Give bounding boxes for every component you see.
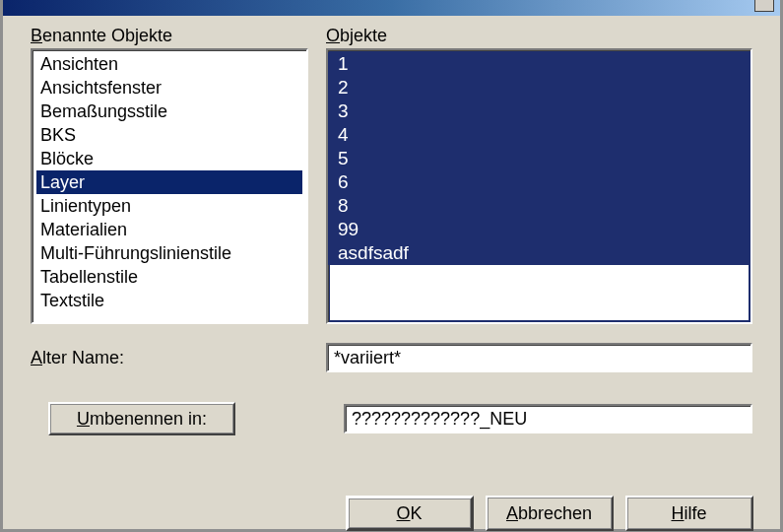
list-item[interactable]: Linientypen bbox=[36, 194, 302, 218]
list-item[interactable]: 5 bbox=[338, 147, 750, 170]
list-item[interactable]: Bemaßungsstile bbox=[36, 100, 302, 123]
list-item[interactable]: asdfsadf bbox=[338, 241, 750, 265]
list-item[interactable]: 1 bbox=[338, 52, 750, 76]
list-item[interactable]: 6 bbox=[338, 170, 750, 194]
list-item[interactable]: 4 bbox=[338, 123, 750, 147]
objects-list-empty-area bbox=[330, 265, 749, 320]
list-item[interactable]: Ansichtsfenster bbox=[36, 76, 302, 100]
list-item[interactable]: Materialien bbox=[36, 218, 302, 241]
rename-to-button[interactable]: Umbenennen in: bbox=[48, 402, 235, 435]
cancel-button[interactable]: Abbrechen bbox=[486, 496, 614, 531]
named-objects-list[interactable]: AnsichtenAnsichtsfensterBemaßungsstileBK… bbox=[31, 48, 308, 324]
objects-list[interactable]: 123456899asdfsadf bbox=[326, 48, 752, 324]
old-name-label: Alter Name: bbox=[31, 348, 326, 368]
help-button[interactable]: Hilfe bbox=[625, 496, 753, 531]
list-item[interactable]: Multi-Führungslinienstile bbox=[36, 241, 302, 265]
list-item[interactable]: 2 bbox=[338, 76, 750, 100]
objects-label: Objekte bbox=[326, 26, 752, 46]
list-item[interactable]: Blöcke bbox=[36, 147, 302, 170]
list-item[interactable]: 99 bbox=[338, 218, 750, 241]
rename-to-input[interactable] bbox=[344, 404, 752, 433]
old-name-input[interactable] bbox=[326, 343, 752, 372]
list-item[interactable]: 8 bbox=[338, 194, 750, 218]
list-item[interactable]: Layer bbox=[36, 170, 302, 194]
list-item[interactable]: Textstile bbox=[36, 289, 302, 312]
close-icon[interactable] bbox=[754, 0, 774, 12]
list-item[interactable]: Ansichten bbox=[36, 52, 302, 76]
dialog-client-area: Benannte Objekte AnsichtenAnsichtsfenste… bbox=[3, 16, 780, 529]
list-item[interactable]: 3 bbox=[338, 100, 750, 123]
named-objects-label: Benannte Objekte bbox=[31, 26, 308, 46]
rename-dialog: Benannte Objekte AnsichtenAnsichtsfenste… bbox=[0, 0, 783, 532]
list-item[interactable]: BKS bbox=[36, 123, 302, 147]
titlebar[interactable] bbox=[3, 0, 780, 16]
ok-button[interactable]: OK bbox=[346, 496, 474, 531]
list-item[interactable]: Tabellenstile bbox=[36, 265, 302, 289]
